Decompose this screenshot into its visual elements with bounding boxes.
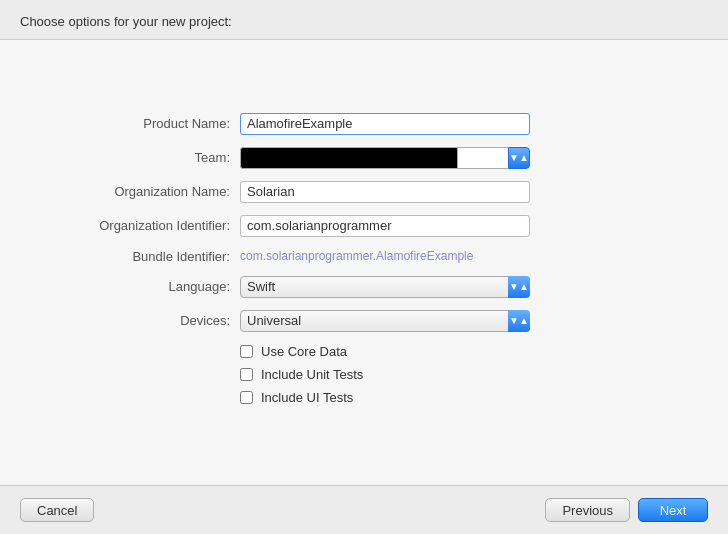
form-container: Product Name: Team: ▼▲ Organization Name… xyxy=(0,93,728,433)
include-unit-tests-row: Include Unit Tests xyxy=(240,367,688,382)
language-label: Language: xyxy=(40,279,240,294)
dialog-header: Choose options for your new project: xyxy=(0,0,728,39)
org-name-row: Organization Name: xyxy=(40,181,688,203)
language-select[interactable]: Swift Objective-C xyxy=(240,276,530,298)
next-button[interactable]: Next xyxy=(638,498,708,522)
use-core-data-row: Use Core Data xyxy=(240,344,688,359)
include-unit-tests-label: Include Unit Tests xyxy=(261,367,363,382)
org-identifier-row: Organization Identifier: xyxy=(40,215,688,237)
header-text: Choose options for your new project: xyxy=(20,14,232,29)
include-ui-tests-label: Include UI Tests xyxy=(261,390,353,405)
org-identifier-input[interactable] xyxy=(240,215,530,237)
team-row: Team: ▼▲ xyxy=(40,147,688,169)
devices-row: Devices: Universal iPhone iPad ▼▲ xyxy=(40,310,688,332)
team-select-spacer xyxy=(458,147,508,169)
devices-select-wrapper: Universal iPhone iPad ▼▲ xyxy=(240,310,530,332)
use-core-data-label: Use Core Data xyxy=(261,344,347,359)
devices-select[interactable]: Universal iPhone iPad xyxy=(240,310,530,332)
org-name-label: Organization Name: xyxy=(40,184,240,199)
footer-right: Previous Next xyxy=(545,498,708,522)
team-label: Team: xyxy=(40,150,240,165)
language-row: Language: Swift Objective-C ▼▲ xyxy=(40,276,688,298)
devices-label: Devices: xyxy=(40,313,240,328)
main-panel: Product Name: Team: ▼▲ Organization Name… xyxy=(0,39,728,486)
language-select-wrapper: Swift Objective-C ▼▲ xyxy=(240,276,530,298)
bundle-identifier-value: com.solarianprogrammer.AlamofireExample xyxy=(240,249,530,263)
include-ui-tests-checkbox[interactable] xyxy=(240,391,253,404)
include-ui-tests-row: Include UI Tests xyxy=(240,390,688,405)
team-wrapper: ▼▲ xyxy=(240,147,530,169)
product-name-row: Product Name: xyxy=(40,113,688,135)
org-identifier-label: Organization Identifier: xyxy=(40,218,240,233)
team-black-box xyxy=(240,147,458,169)
team-dropdown-arrow[interactable]: ▼▲ xyxy=(508,147,530,169)
bundle-identifier-label: Bundle Identifier: xyxy=(40,249,240,264)
include-unit-tests-checkbox[interactable] xyxy=(240,368,253,381)
product-name-input[interactable] xyxy=(240,113,530,135)
footer: Cancel Previous Next xyxy=(0,486,728,534)
product-name-label: Product Name: xyxy=(40,116,240,131)
org-name-input[interactable] xyxy=(240,181,530,203)
bundle-identifier-row: Bundle Identifier: com.solarianprogramme… xyxy=(40,249,688,264)
checkboxes-area: Use Core Data Include Unit Tests Include… xyxy=(40,344,688,405)
cancel-button[interactable]: Cancel xyxy=(20,498,94,522)
use-core-data-checkbox[interactable] xyxy=(240,345,253,358)
previous-button[interactable]: Previous xyxy=(545,498,630,522)
